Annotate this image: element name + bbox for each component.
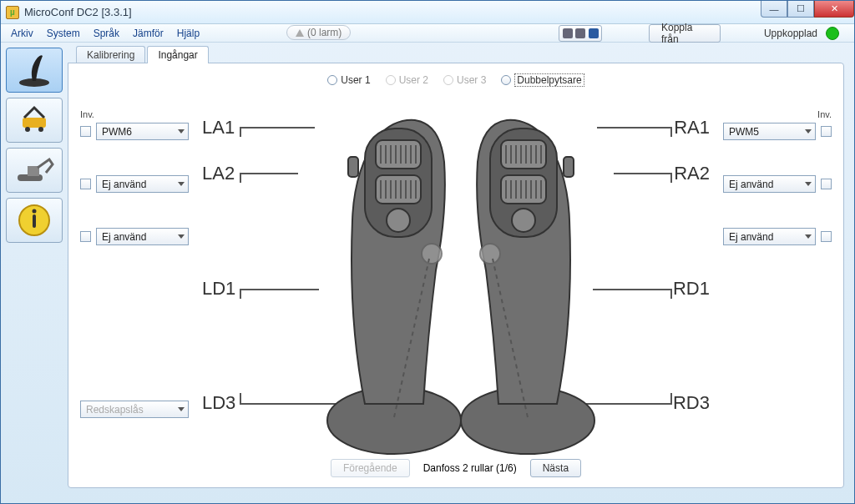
svg-rect-11 [376, 140, 421, 169]
svg-point-29 [387, 209, 410, 232]
inv-checkbox-la2[interactable] [80, 179, 91, 189]
chevron-down-icon [178, 234, 185, 239]
attachment-icon [13, 103, 56, 138]
svg-rect-1 [23, 118, 46, 128]
menu-system[interactable]: System [40, 26, 87, 41]
radio-user1[interactable]: User 1 [327, 74, 370, 86]
inv-checkbox-la1[interactable] [80, 126, 91, 137]
svg-point-55 [480, 244, 500, 264]
select-ld3[interactable]: Redskapslås [80, 401, 189, 418]
label-ra1: RA1 [674, 117, 710, 139]
right-column: Inv. PWM5 Ej använd Ej använd [723, 109, 832, 280]
radio-dubbel[interactable]: Dubbelpytsare [501, 73, 584, 87]
svg-rect-7 [33, 214, 36, 228]
svg-rect-30 [348, 157, 358, 177]
sidebar-info[interactable] [6, 198, 63, 243]
row-la3: Ej använd [80, 228, 189, 245]
select-ra2[interactable]: Ej använd [723, 175, 816, 193]
menu-jamfor[interactable]: Jämför [126, 26, 170, 41]
inv-checkbox-ra1[interactable] [821, 126, 832, 137]
select-ra3[interactable]: Ej använd [723, 228, 816, 245]
close-button[interactable]: ✕ [814, 1, 854, 18]
sidebar-excavator[interactable] [6, 148, 63, 193]
row-ra1: PWM5 [723, 123, 832, 140]
prev-button[interactable]: Föregående [331, 459, 410, 477]
alarm-button[interactable]: (0 larm) [286, 25, 351, 40]
minimize-button[interactable]: — [761, 1, 787, 18]
inv-checkbox-ra2[interactable] [821, 179, 832, 189]
svg-rect-36 [501, 175, 546, 204]
user-radio-group: User 1 User 2 User 3 Dubbelpytsare [68, 73, 843, 87]
row-ld3-select: Redskapslås [80, 401, 189, 418]
row-ra3: Ej använd [723, 228, 832, 245]
menu-hjalp[interactable]: Hjälp [170, 26, 206, 41]
inv-checkbox-ra3[interactable] [821, 231, 832, 242]
maximize-button[interactable]: ☐ [787, 1, 814, 18]
svg-rect-12 [376, 175, 421, 204]
svg-point-2 [25, 127, 30, 132]
excavator-icon [13, 153, 56, 188]
warning-icon [296, 29, 304, 37]
select-ra1[interactable]: PWM5 [723, 123, 816, 140]
label-rd3: RD3 [673, 392, 710, 414]
joystick-icon [13, 53, 56, 88]
menu-sprak[interactable]: Språk [87, 26, 126, 41]
row-ra2: Ej använd [723, 175, 832, 193]
disconnect-button[interactable]: Koppla från [649, 24, 721, 43]
label-ld3: LD3 [202, 392, 235, 414]
menu-arkiv[interactable]: Arkiv [4, 26, 40, 41]
alarm-label: (0 larm) [307, 27, 341, 38]
bottom-nav: Föregående Danfoss 2 rullar (1/6) Nästa [68, 459, 843, 477]
svg-point-53 [512, 209, 535, 232]
content: Kalibrering Ingångar User 1 User 2 User … [68, 43, 854, 503]
radio-user2[interactable]: User 2 [386, 74, 428, 86]
sidebar [1, 43, 68, 503]
status-indicator-icon [826, 27, 839, 40]
chevron-down-icon [805, 182, 812, 186]
radio-user3[interactable]: User 3 [443, 74, 486, 86]
transfer-icon [575, 28, 585, 38]
panel-ingangar: User 1 User 2 User 3 Dubbelpytsare Inv. … [68, 63, 844, 488]
label-la2: LA2 [202, 163, 235, 184]
chevron-down-icon [178, 407, 185, 411]
joystick-diagram [269, 103, 653, 462]
window-controls: — ☐ ✕ [761, 1, 854, 18]
inv-label-right: Inv. [723, 109, 832, 119]
save-icon [589, 28, 599, 38]
tabs: Kalibrering Ingångar [76, 46, 844, 63]
inv-checkbox-la3[interactable] [80, 231, 91, 242]
chevron-down-icon [805, 129, 812, 134]
model-label: Danfoss 2 rullar (1/6) [423, 462, 517, 474]
label-ra2: RA2 [674, 163, 710, 184]
sidebar-attachment[interactable] [6, 98, 63, 143]
svg-point-3 [38, 127, 43, 132]
chevron-down-icon [178, 129, 185, 134]
svg-point-8 [33, 209, 37, 214]
label-rd1: RD1 [673, 278, 710, 300]
connection-status: Uppkopplad [764, 28, 817, 39]
app-window: µ MicroConf DC2 [3.3.1] — ☐ ✕ Arkiv Syst… [0, 0, 855, 504]
svg-rect-35 [501, 140, 546, 169]
next-button[interactable]: Nästa [530, 459, 581, 477]
chevron-down-icon [805, 234, 812, 239]
select-la2[interactable]: Ej använd [96, 175, 189, 193]
chevron-down-icon [178, 182, 185, 186]
sidebar-joystick[interactable] [6, 48, 63, 93]
titlebar: µ MicroConf DC2 [3.3.1] — ☐ ✕ [1, 1, 854, 24]
tab-kalibrering[interactable]: Kalibrering [76, 46, 145, 63]
device-icon [563, 28, 573, 38]
file-icons[interactable] [559, 25, 602, 42]
label-ld1: LD1 [202, 278, 235, 300]
app-icon: µ [6, 6, 19, 19]
select-la1[interactable]: PWM6 [96, 123, 189, 140]
svg-point-31 [422, 244, 442, 264]
tab-ingangar[interactable]: Ingångar [147, 46, 208, 63]
window-title: MicroConf DC2 [3.3.1] [24, 6, 132, 18]
svg-rect-54 [564, 157, 574, 177]
inv-label-left: Inv. [80, 109, 189, 119]
left-column: Inv. PWM6 Ej använd Ej använd [80, 109, 189, 280]
row-la2: Ej använd [80, 175, 189, 193]
select-la3[interactable]: Ej använd [96, 228, 189, 245]
info-icon [13, 203, 56, 238]
label-la1: LA1 [202, 117, 235, 139]
